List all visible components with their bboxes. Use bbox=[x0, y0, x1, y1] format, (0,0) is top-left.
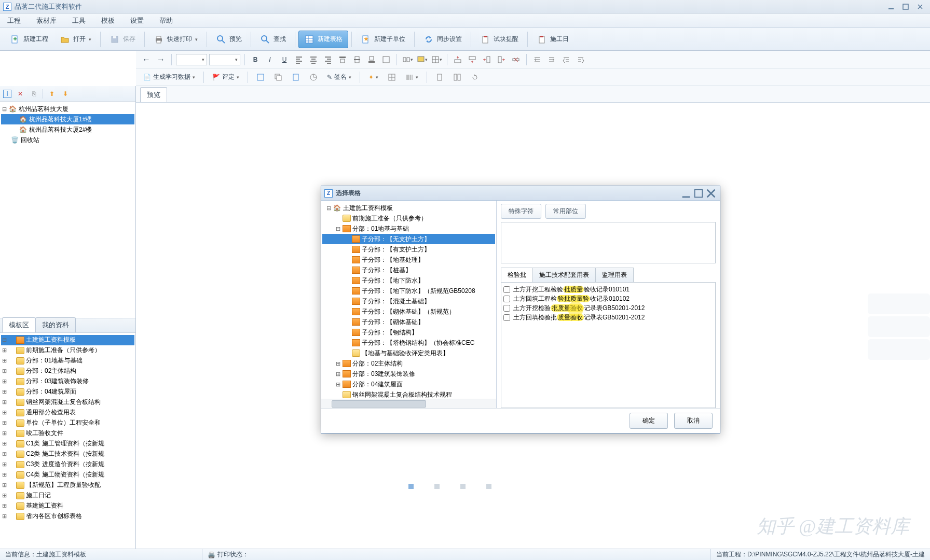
template-node[interactable]: ⊞竣工验收文件 bbox=[1, 428, 134, 439]
dot-4[interactable] bbox=[486, 484, 491, 489]
underline-button[interactable]: U bbox=[278, 53, 291, 66]
font-family-combo[interactable]: ▾ bbox=[176, 54, 207, 65]
template-node[interactable]: ⊞C1类 施工管理资料（按新规 bbox=[1, 439, 134, 449]
dialog-tree-node[interactable]: ⊞分部：04建筑屋面 bbox=[322, 379, 495, 389]
cancel-button[interactable]: 取消 bbox=[674, 413, 713, 429]
template-node[interactable]: ⊞分部：04建筑屋面 bbox=[1, 387, 134, 397]
checklist-row[interactable]: 土方开挖工程检验批质量验收记录010101 bbox=[503, 285, 713, 294]
insert-col-left-button[interactable] bbox=[481, 53, 493, 66]
copy-icon[interactable]: ⎘ bbox=[29, 89, 38, 99]
insert-text-button[interactable] bbox=[253, 72, 268, 83]
dot-1[interactable] bbox=[408, 484, 414, 489]
template-node[interactable]: ⊞C3类 进度造价资料（按新规 bbox=[1, 459, 134, 470]
new-table-button[interactable]: 新建表格 bbox=[298, 31, 348, 48]
rate-button[interactable]: 🚩评定▾ bbox=[209, 71, 242, 83]
page-single-button[interactable] bbox=[432, 72, 447, 83]
dialog-text-input[interactable] bbox=[501, 222, 716, 263]
forward-button[interactable]: → bbox=[155, 53, 167, 66]
align-left-button[interactable] bbox=[293, 53, 305, 66]
construction-log-button[interactable]: 施工日 bbox=[531, 31, 575, 48]
copy-cell-button[interactable] bbox=[271, 72, 285, 83]
italic-button[interactable]: I bbox=[264, 53, 276, 66]
dialog-tree-node[interactable]: 钢丝网架混凝土复合板结构技术规程 bbox=[322, 389, 495, 399]
indent-increase-button[interactable] bbox=[545, 53, 558, 66]
template-node[interactable]: ⊞分部：02主体结构 bbox=[1, 366, 134, 376]
minimize-button[interactable] bbox=[884, 2, 898, 11]
grid-button[interactable]: ▾ bbox=[430, 53, 443, 66]
template-node[interactable]: ⊞钢丝网架混凝土复合板结构 bbox=[1, 397, 134, 408]
dialog-tree-node[interactable]: 子分部：【砌体基础】（新规范） bbox=[322, 306, 495, 317]
info-icon[interactable]: i bbox=[3, 90, 11, 98]
new-project-button[interactable]: 新建工程 bbox=[4, 31, 54, 48]
fill-color-button[interactable]: ▾ bbox=[416, 53, 428, 66]
tree-node-recycle[interactable]: 🗑️回收站 bbox=[1, 135, 134, 145]
dialog-tree-node[interactable]: ⊟🏠土建施工资料模板 bbox=[322, 203, 495, 213]
dialog-tree-node[interactable]: 子分部：【钢结构】 bbox=[322, 327, 495, 338]
insert-row-above-button[interactable] bbox=[452, 53, 464, 66]
dialog-tree-node[interactable]: 子分部：【地下防水】 bbox=[322, 275, 495, 286]
menu-3[interactable]: 模板 bbox=[98, 14, 118, 27]
align-center-button[interactable] bbox=[307, 53, 320, 66]
template-node[interactable]: ⊞基建施工资料 bbox=[1, 501, 134, 511]
dot-3[interactable] bbox=[460, 484, 466, 489]
preview-button[interactable]: 预览 bbox=[210, 31, 248, 48]
indent-block-button[interactable] bbox=[575, 53, 587, 66]
tree-node-building-2[interactable]: 🏠杭州品茗科技大厦2#楼 bbox=[1, 124, 134, 135]
rotate-button[interactable] bbox=[468, 72, 482, 83]
dialog-tree-node[interactable]: ⊞分部：03建筑装饰装修 bbox=[322, 369, 495, 379]
dialog-tree-node[interactable]: 子分部：【桩基】 bbox=[322, 265, 495, 275]
menu-5[interactable]: 帮助 bbox=[156, 14, 176, 27]
checklist-checkbox[interactable] bbox=[503, 305, 510, 312]
checklist-checkbox[interactable] bbox=[503, 286, 510, 293]
checklist-row[interactable]: 土方开挖检验批质量验收记录表GB50201-2012 bbox=[503, 303, 713, 313]
generate-study-data-button[interactable]: 📄生成学习数据▾ bbox=[140, 71, 198, 83]
checklist-checkbox[interactable] bbox=[503, 314, 510, 321]
dialog-tree-hscrollbar[interactable] bbox=[321, 399, 496, 408]
dialog-tree-node[interactable]: 子分部：【塔桅钢结构】（协会标准CEC bbox=[322, 338, 495, 348]
open-button[interactable]: 打开▾ bbox=[54, 31, 97, 48]
template-node[interactable]: ⊞C2类 施工技术资料（按新规 bbox=[1, 449, 134, 459]
tab-templates[interactable]: 模板区 bbox=[2, 317, 36, 332]
checklist-row[interactable]: 土方回填工程检验批质量验收记录010102 bbox=[503, 294, 713, 303]
tab-inspection-batch[interactable]: 检验批 bbox=[501, 268, 533, 282]
page-double-button[interactable] bbox=[450, 72, 464, 83]
indent-decrease-button[interactable] bbox=[531, 53, 543, 66]
template-node[interactable]: ⊞前期施工准备（只供参考） bbox=[1, 345, 134, 356]
new-subunit-button[interactable]: ★新建子单位 bbox=[355, 31, 411, 48]
dialog-tree-node[interactable]: 子分部：【地基处理】 bbox=[322, 255, 495, 265]
dialog-template-tree[interactable]: ⊟🏠土建施工资料模板前期施工准备（只供参考）⊟分部：01地基与基础子分部：【无支… bbox=[321, 201, 496, 399]
font-size-combo[interactable]: ▾ bbox=[209, 54, 240, 65]
test-block-button[interactable]: 试块提醒 bbox=[474, 31, 524, 48]
close-button[interactable] bbox=[913, 2, 927, 11]
tab-preview[interactable]: 预览 bbox=[140, 87, 167, 102]
pie-chart-button[interactable] bbox=[306, 72, 321, 83]
menu-0[interactable]: 工程 bbox=[4, 14, 24, 27]
dialog-tree-node[interactable]: 【地基与基础验收评定类用表】 bbox=[322, 348, 495, 358]
find-button[interactable]: 查找 bbox=[254, 31, 292, 48]
template-node[interactable]: ⊞通用部分检查用表 bbox=[1, 408, 134, 418]
tab-tech-forms[interactable]: 施工技术配套用表 bbox=[532, 268, 596, 282]
dot-2[interactable] bbox=[434, 484, 440, 489]
insert-row-below-button[interactable] bbox=[466, 53, 478, 66]
valign-top-button[interactable] bbox=[336, 53, 349, 66]
project-tree[interactable]: ⊟🏠杭州品茗科技大厦 🏠杭州品茗科技大厦1#楼 🏠杭州品茗科技大厦2#楼 🗑️回… bbox=[0, 102, 135, 318]
dialog-close-button[interactable] bbox=[705, 189, 717, 198]
down-icon[interactable]: ⬇ bbox=[61, 89, 70, 99]
filter-icon[interactable]: ✕ bbox=[16, 89, 25, 99]
align-right-button[interactable] bbox=[322, 53, 334, 66]
outdent-block-button[interactable] bbox=[560, 53, 572, 66]
delete-row-button[interactable] bbox=[510, 53, 522, 66]
ok-button[interactable]: 确定 bbox=[630, 413, 668, 429]
dialog-tree-node[interactable]: 子分部：【砌体基础】 bbox=[322, 317, 495, 327]
insert-col-right-button[interactable] bbox=[495, 53, 508, 66]
template-node[interactable]: ⊞施工日记 bbox=[1, 491, 134, 501]
borders-button[interactable] bbox=[380, 53, 392, 66]
common-parts-button[interactable]: 常用部位 bbox=[545, 204, 586, 219]
tree-root[interactable]: ⊟🏠杭州品茗科技大厦 bbox=[1, 104, 134, 114]
dialog-tree-node[interactable]: 子分部：【地下防水】（新规范GB50208 bbox=[322, 286, 495, 296]
merge-button[interactable]: ▾ bbox=[401, 53, 414, 66]
up-icon[interactable]: ⬆ bbox=[47, 89, 57, 99]
grid-tool-button[interactable] bbox=[385, 72, 399, 83]
dialog-tree-node[interactable]: 子分部：【混凝土基础】 bbox=[322, 296, 495, 306]
checklist-checkbox[interactable] bbox=[503, 296, 510, 302]
